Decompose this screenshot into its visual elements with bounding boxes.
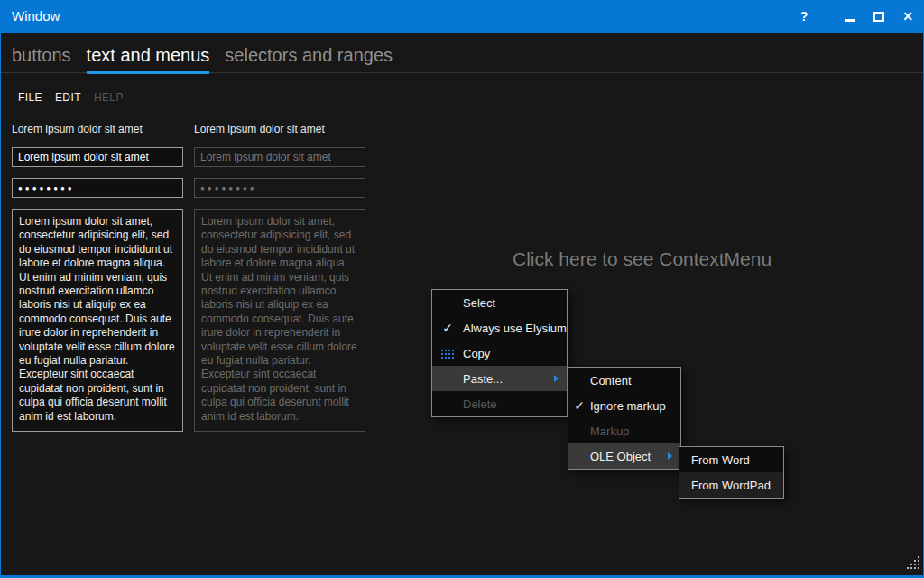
context-menu: Select ✓ Always use Elysium Copy Paste..…: [431, 289, 568, 417]
menu-item-label: From WordPad: [691, 479, 771, 492]
menu-item-from-word[interactable]: From Word: [679, 447, 783, 472]
menubar-file[interactable]: FILE: [18, 91, 42, 107]
menu-item-select[interactable]: Select: [432, 290, 567, 315]
menu-item-paste[interactable]: Paste...: [432, 366, 567, 391]
menu-item-delete: Delete: [432, 391, 567, 416]
menu-item-label: Markup: [590, 424, 629, 438]
multiline-textbox[interactable]: Lorem ipsum dolor sit amet, consectetur …: [12, 209, 183, 432]
text-input-disabled: [194, 147, 365, 167]
submenu-arrow-icon: [554, 375, 559, 382]
maximize-button[interactable]: [865, 0, 892, 33]
tab-text-and-menus[interactable]: text and menus: [87, 45, 210, 74]
tab-buttons[interactable]: buttons: [12, 45, 71, 74]
copy-dots-icon: [432, 347, 463, 359]
menu-item-label: OLE Object: [590, 450, 651, 463]
menu-item-content[interactable]: Content: [568, 368, 680, 393]
multiline-textbox-disabled: Lorem ipsum dolor sit amet, consectetur …: [194, 209, 365, 432]
context-menu-hint[interactable]: Click here to see ContextMenu: [513, 248, 772, 270]
app-window: Window ? ✕ buttons text and menus select…: [0, 0, 924, 578]
ole-object-submenu: From Word From WordPad: [679, 446, 784, 499]
tab-selectors-and-ranges[interactable]: selectors and ranges: [225, 45, 393, 74]
menu-item-label: Ignore markup: [590, 399, 666, 413]
menu-item-label: From Word: [691, 453, 750, 467]
menu-item-label: Content: [590, 374, 632, 387]
menu-item-copy[interactable]: Copy: [432, 340, 567, 366]
submenu-arrow-icon: [668, 452, 672, 460]
password-input-disabled: [194, 178, 365, 198]
menu-item-label: Paste...: [463, 372, 503, 386]
paste-submenu: Content ✓ Ignore markup Markup OLE Objec…: [568, 367, 681, 470]
title-bar[interactable]: Window ? ✕: [0, 0, 924, 33]
minimize-button[interactable]: [836, 0, 863, 33]
check-icon: ✓: [568, 399, 590, 412]
menu-item-ignore-markup[interactable]: ✓ Ignore markup: [568, 393, 680, 418]
menu-item-label: Always use Elysium: [463, 322, 567, 335]
menu-item-markup: Markup: [568, 418, 680, 443]
resize-grip[interactable]: [907, 556, 919, 573]
menubar-edit[interactable]: EDIT: [55, 91, 81, 107]
help-icon: ?: [800, 9, 808, 23]
right-column-label: Lorem ipsum dolor sit amet: [194, 123, 325, 135]
menu-item-label: Select: [463, 296, 495, 310]
menu-item-always-use-elysium[interactable]: ✓ Always use Elysium: [432, 315, 567, 340]
menu-item-label: Copy: [463, 347, 490, 360]
close-button[interactable]: ✕: [894, 0, 921, 33]
left-column-label: Lorem ipsum dolor sit amet: [12, 123, 143, 135]
menu-item-ole-object[interactable]: OLE Object: [568, 443, 680, 469]
menubar-help: HELP: [94, 91, 124, 107]
maximize-icon: [873, 12, 884, 22]
menu-item-from-wordpad[interactable]: From WordPad: [679, 472, 783, 498]
password-input[interactable]: [12, 178, 183, 198]
tab-bar: buttons text and menus selectors and ran…: [1, 33, 923, 73]
text-input[interactable]: [12, 147, 183, 167]
check-icon: ✓: [432, 322, 463, 334]
window-title: Window: [12, 0, 60, 33]
close-icon: ✕: [902, 9, 913, 23]
help-button[interactable]: ?: [790, 0, 818, 33]
menu-item-label: Delete: [463, 397, 497, 411]
menu-bar: FILE EDIT HELP: [1, 91, 124, 107]
minimize-icon: [845, 19, 855, 22]
